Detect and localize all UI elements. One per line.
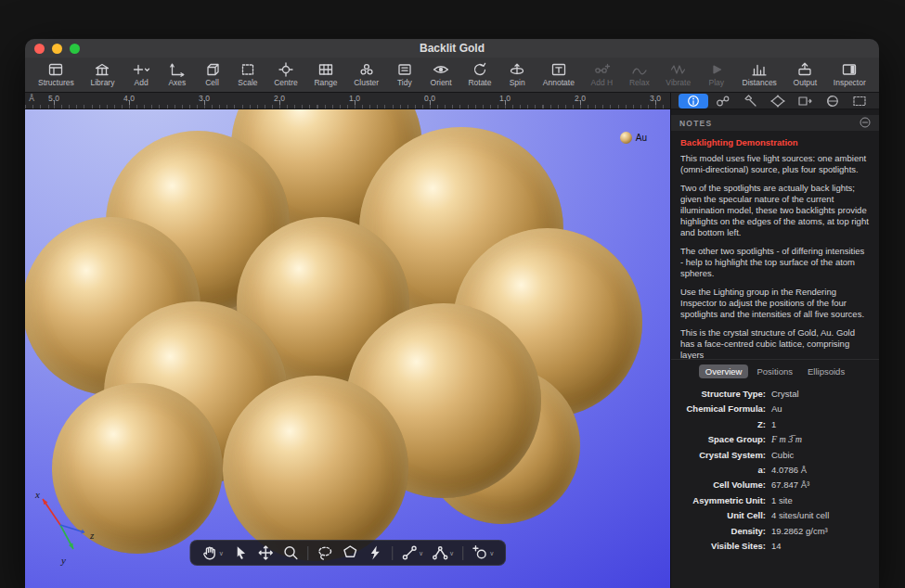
ruler-unit: Å (29, 94, 34, 103)
axis-triad: x y z (27, 488, 105, 569)
lightning-icon (367, 544, 383, 561)
measure-distance-button[interactable]: ∨ (401, 544, 423, 561)
cell-icon (203, 62, 222, 77)
ruler-label: 4.0 (123, 94, 135, 103)
window-title: Backlit Gold (25, 42, 879, 55)
zoom-tool-button[interactable] (282, 544, 299, 561)
notes-paragraph: This model uses five light sources: one … (680, 153, 870, 175)
distances-button[interactable]: Distances (743, 62, 777, 87)
annotate-button[interactable]: Annotate (543, 62, 575, 87)
inspector-tabs: Overview Positions Ellipsoids (671, 359, 879, 383)
ruler-label: 1.0 (349, 94, 360, 103)
cell-button[interactable]: Cell (203, 62, 222, 87)
transform-inspector-tab[interactable] (793, 94, 817, 109)
pan-tool-button[interactable]: ∨ (201, 544, 224, 561)
tab-overview[interactable]: Overview (699, 364, 749, 378)
scale-button[interactable]: Scale (238, 62, 257, 87)
centre-icon (277, 62, 295, 77)
viewport-3d[interactable]: Au x y z ∨ (25, 109, 670, 588)
notes-paragraph: Use the Lighting group in the Rendering … (680, 287, 870, 320)
move-icon (257, 544, 274, 561)
spin-icon (508, 62, 526, 77)
desktop-background: Backlit Gold Structures Library Add Axes (0, 0, 905, 588)
scale-icon (239, 62, 257, 77)
orient-button[interactable]: Orient (431, 62, 452, 87)
lattice-inspector-tab[interactable] (766, 94, 790, 109)
axis-z-label: z (89, 530, 95, 541)
title-bar: Backlit Gold (25, 39, 879, 58)
relax-button[interactable]: Relax (629, 62, 650, 87)
add-h-button[interactable]: Add H (591, 62, 614, 87)
info-row: Unit Cell:4 sites/unit cell (671, 508, 879, 523)
sub-bar: Å 5.0 4.0 3.0 2.0 1.0 0.0 1.0 2.0 3.0 (25, 93, 879, 109)
toolbar-divider (462, 546, 463, 560)
notes-header: NOTES (671, 115, 879, 131)
quick-action-button[interactable] (367, 544, 383, 561)
notes-paragraph: This is the crystal structure of Gold, A… (680, 327, 870, 359)
add-icon (131, 62, 151, 77)
vibrate-icon (669, 62, 688, 77)
tools-inspector-tab[interactable] (739, 94, 763, 109)
notes-heading: Backlighting Demonstration (680, 137, 870, 147)
atom-sphere[interactable] (223, 376, 408, 561)
tab-positions[interactable]: Positions (750, 364, 799, 378)
axes-icon (168, 62, 187, 77)
ruler: Å 5.0 4.0 3.0 2.0 1.0 0.0 1.0 2.0 3.0 (25, 93, 670, 109)
measure-angle-button[interactable]: ∨ (432, 544, 454, 561)
play-icon (707, 62, 726, 77)
add-atom-button[interactable]: ∨ (472, 544, 494, 561)
structures-button[interactable]: Structures (38, 62, 74, 87)
rotate-button[interactable]: Rotate (468, 62, 491, 87)
info-row: Z:1 (671, 417, 879, 432)
centre-button[interactable]: Centre (274, 62, 298, 87)
add-atom-icon (472, 544, 488, 561)
vibrate-button[interactable]: Vibrate (666, 62, 691, 87)
ruler-label: 3.0 (199, 94, 210, 103)
axes-button[interactable]: Axes (168, 62, 187, 87)
notes-paragraph: The other two spotlights - of differing … (680, 246, 870, 279)
molecule-inspector-tab[interactable] (711, 94, 735, 109)
info-inspector-tab[interactable] (679, 94, 708, 109)
view-tools-toolbar: ∨ ∨ ∨ ∨ (189, 540, 507, 566)
add-hydrogen-icon (592, 62, 611, 77)
axis-y-label: y (60, 555, 66, 566)
info-row: Density:19.2862 g/cm³ (671, 524, 879, 539)
cluster-button[interactable]: Cluster (354, 62, 379, 87)
element-legend: Au (620, 132, 647, 144)
structures-icon (46, 62, 65, 77)
polygon-select-button[interactable] (342, 544, 358, 561)
bond-distance-icon (401, 544, 418, 561)
distances-icon (750, 62, 769, 77)
spin-button[interactable]: Spin (508, 62, 526, 87)
ruler-label: 0.0 (424, 94, 435, 103)
move-tool-button[interactable] (257, 544, 274, 561)
atoms-front-layer (25, 109, 670, 588)
inspector-button[interactable]: Inspector (834, 62, 866, 87)
tidy-button[interactable]: Tidy (395, 62, 414, 87)
chevron-down-icon: ∨ (449, 550, 454, 556)
library-button[interactable]: Library (90, 62, 114, 87)
toolbar-divider (307, 546, 308, 560)
add-button[interactable]: Add (131, 62, 151, 87)
selection-inspector-tab[interactable] (847, 94, 872, 109)
ruler-label: 2.0 (274, 94, 285, 103)
collapse-notes-button[interactable] (860, 115, 871, 132)
play-button[interactable]: Play (707, 62, 726, 87)
hand-icon (201, 544, 218, 561)
ruler-label: 3.0 (650, 94, 661, 103)
gold-legend-sphere (620, 132, 632, 144)
axis-x-label: x (34, 489, 40, 500)
range-icon (317, 62, 335, 77)
bond-angle-icon (432, 544, 448, 561)
app-window: Backlit Gold Structures Library Add Axes (25, 39, 879, 588)
output-button[interactable]: Output (794, 62, 818, 87)
render-inspector-tab[interactable] (821, 94, 845, 109)
chevron-down-icon: ∨ (489, 550, 494, 556)
select-tool-button[interactable] (232, 544, 249, 561)
lasso-select-button[interactable] (317, 544, 333, 561)
inspector-panel: NOTES Backlighting Demonstration This mo… (670, 109, 879, 588)
range-button[interactable]: Range (314, 62, 337, 87)
cluster-icon (357, 62, 376, 77)
element-symbol: Au (636, 133, 647, 143)
tab-ellipsoids[interactable]: Ellipsoids (801, 364, 851, 378)
